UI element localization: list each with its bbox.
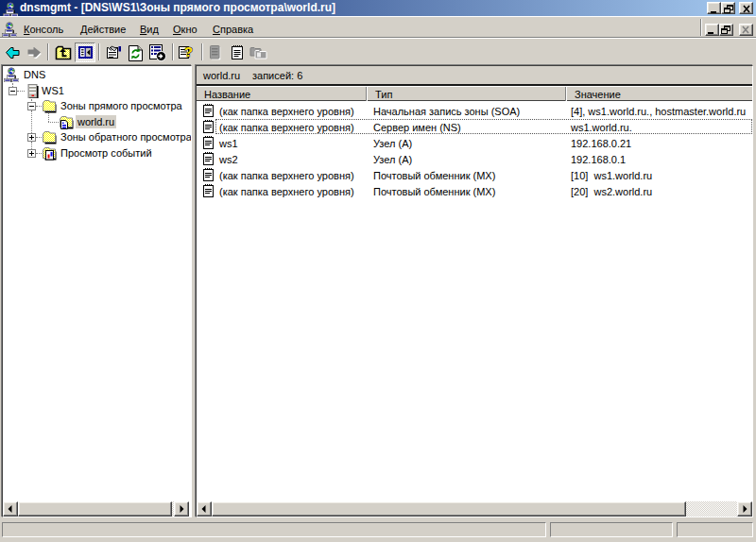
svg-text:?: ? [184,44,193,59]
